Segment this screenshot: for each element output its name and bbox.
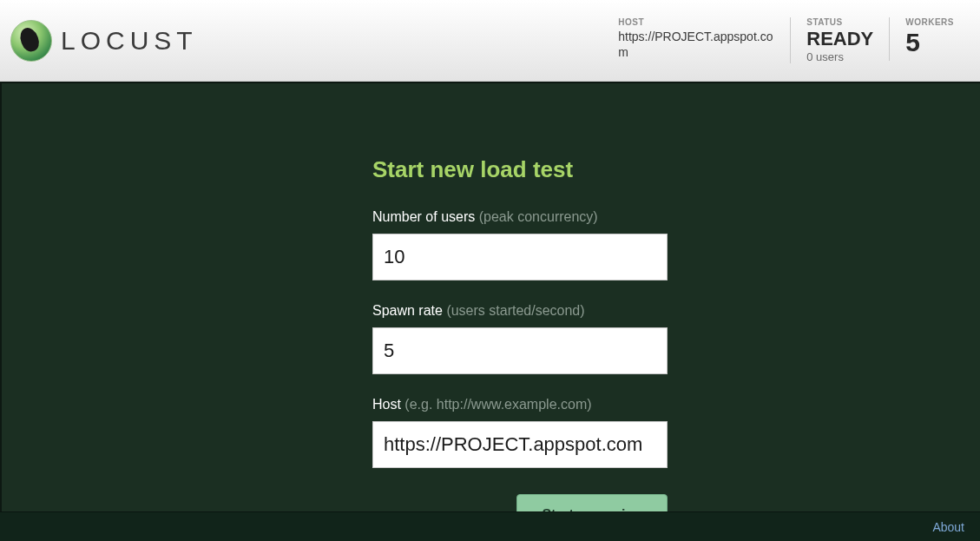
locust-icon: [10, 20, 52, 62]
users-label-row: Number of users (peak concurrency): [372, 209, 668, 225]
stat-workers-value: 5: [905, 30, 954, 56]
stat-workers: WORKERS 5: [889, 17, 970, 61]
app-header: LOCUST HOST https://PROJECT.appspot.com …: [0, 0, 980, 82]
stat-host: HOST https://PROJECT.appspot.com: [602, 17, 790, 61]
spawn-label: Spawn rate: [372, 303, 443, 318]
spawn-label-row: Spawn rate (users started/second): [372, 303, 668, 319]
stat-status: STATUS READY 0 users: [790, 17, 889, 63]
host-label-row: Host (e.g. http://www.example.com): [372, 397, 668, 412]
stat-status-value: READY: [806, 30, 873, 49]
spawn-hint: (users started/second): [446, 303, 584, 318]
host-hint: (e.g. http://www.example.com): [404, 397, 591, 412]
host-input[interactable]: [372, 421, 668, 468]
host-label: Host: [372, 397, 401, 412]
stat-host-label: HOST: [618, 17, 774, 27]
stat-workers-label: WORKERS: [905, 17, 954, 27]
header-stats: HOST https://PROJECT.appspot.com STATUS …: [602, 0, 970, 81]
users-label: Number of users: [372, 209, 475, 224]
brand-name: LOCUST: [61, 26, 198, 56]
stat-status-sub: 0 users: [806, 50, 873, 63]
users-input[interactable]: [372, 234, 668, 280]
main-area: Start new load test Number of users (pea…: [0, 82, 980, 511]
users-hint: (peak concurrency): [479, 209, 598, 224]
form-title: Start new load test: [372, 156, 668, 183]
footer: About: [0, 511, 980, 541]
new-test-form: Start new load test Number of users (pea…: [372, 156, 668, 536]
spawn-rate-input[interactable]: [372, 327, 668, 374]
stat-host-value: https://PROJECT.appspot.com: [618, 30, 774, 60]
stat-status-label: STATUS: [806, 17, 873, 27]
about-link[interactable]: About: [932, 520, 964, 534]
logo: LOCUST: [10, 20, 198, 62]
